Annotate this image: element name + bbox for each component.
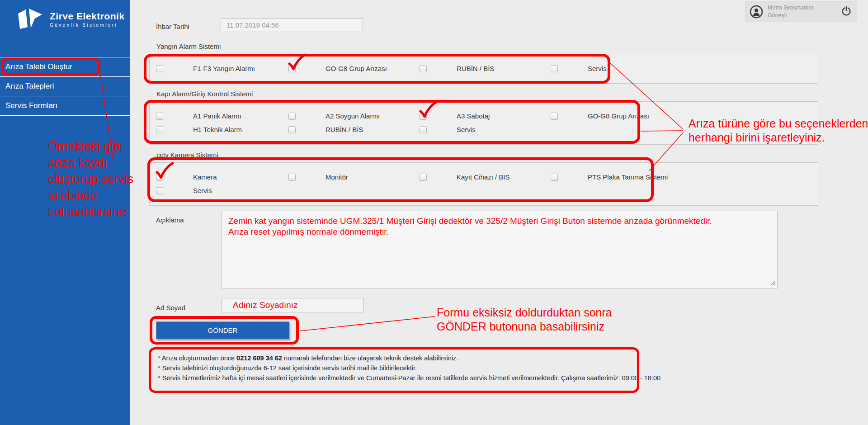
checkbox-a2-soygun-alarmi[interactable] bbox=[288, 113, 296, 120]
ihbar-tarihi-input[interactable] bbox=[221, 18, 363, 32]
checkbox-option: Servis bbox=[420, 126, 551, 133]
checkbox-option: Servis bbox=[156, 187, 288, 194]
checkbox-panel: F1-F3 Yangın AlarmıGO-G8 Grup ArızasıRUB… bbox=[149, 54, 818, 84]
checkbox-label: Servis bbox=[457, 126, 476, 133]
checkbox-row: H1 Teknik AlarmRUBİN / BİSServis bbox=[156, 126, 818, 140]
account-name-line2: Güneşli bbox=[768, 12, 841, 19]
checkbox-label: F1-F3 Yangın Alarmı bbox=[193, 65, 255, 72]
zirve-logo-icon bbox=[14, 7, 46, 31]
checkbox-label: Kamera bbox=[193, 173, 217, 181]
checkbox-label: A2 Soygun Alarmı bbox=[326, 112, 380, 120]
footer-note-text: * Servis hizmetlerimiz hafta içi mesai s… bbox=[158, 374, 660, 382]
sidebar-item-ariza-talebi-olustur[interactable]: Arıza Talebi Oluştur bbox=[0, 57, 130, 77]
checkbox-option: A3 Sabotaj bbox=[420, 113, 551, 120]
checkbox-label: A3 Sabotaj bbox=[457, 112, 490, 120]
section-title: cctv Kamera Sistemi bbox=[156, 151, 818, 159]
checkbox-servis[interactable] bbox=[551, 65, 558, 72]
checkbox-panel: KameraMonitörKayıt Cihazı / BISPTS Plaka… bbox=[149, 162, 818, 206]
checkbox-kamera[interactable] bbox=[156, 174, 163, 181]
app: Zirve Elektronik Güvenlik Sistemleri Arı… bbox=[0, 0, 868, 425]
main-content: Metro Grosmarket Güneşli İhbar Tarihi Ya… bbox=[130, 0, 868, 425]
checkbox-go-g8-grup-arizasi[interactable] bbox=[288, 65, 296, 72]
aciklama-wrap: Zemin kat yangın sisteminde UGM.325/1 Mü… bbox=[222, 211, 778, 290]
checkbox-pts-plaka-tanima-sistemi[interactable] bbox=[551, 174, 558, 181]
logo-subtitle: Güvenlik Sistemleri bbox=[50, 23, 125, 28]
form-section-kapi-alarm-giris-kontrol-sistemi: Kapı Alarm/Giriş Kontrol SistemiA1 Panik… bbox=[149, 90, 818, 145]
checkbox-option: Monitör bbox=[288, 174, 420, 181]
checkbox-row: KameraMonitörKayıt Cihazı / BISPTS Plaka… bbox=[156, 174, 818, 187]
account-name: Metro Grosmarket Güneşli bbox=[768, 4, 841, 19]
footer-note: * Servis hizmetlerimiz hafta içi mesai s… bbox=[158, 373, 651, 383]
gonder-submit-button[interactable]: GÖNDER bbox=[156, 321, 289, 339]
checkbox-label: PTS Plaka Tanıma Sistemi bbox=[588, 173, 668, 181]
ad-soyad-label: Ad Soyad bbox=[156, 304, 185, 312]
checkbox-option: RUBİN / BİS bbox=[420, 65, 551, 72]
checkbox-label: Servis bbox=[588, 65, 607, 72]
checkbox-label: Monitör bbox=[326, 173, 348, 181]
checkbox-label: RUBİN / BİS bbox=[457, 65, 494, 72]
checkbox-row: Servis bbox=[156, 187, 818, 201]
sidebar-item-ariza-talepleri[interactable]: Arıza Talepleri bbox=[0, 77, 130, 96]
checkbox-a1-panik-alarmi[interactable] bbox=[156, 113, 163, 120]
checkbox-option: RUBİN / BİS bbox=[288, 126, 420, 133]
checkbox-option: A2 Soygun Alarmı bbox=[288, 113, 420, 120]
sidebar: Zirve Elektronik Güvenlik Sistemleri Arı… bbox=[0, 0, 130, 425]
user-circle-icon bbox=[750, 5, 763, 19]
checkbox-label: Servis bbox=[193, 187, 212, 194]
checkbox-option: F1-F3 Yangın Alarmı bbox=[156, 65, 288, 72]
checkbox-label: Kayıt Cihazı / BIS bbox=[457, 173, 510, 181]
checkbox-label: H1 Teknik Alarm bbox=[193, 126, 242, 133]
sidebar-annotation-note: Örnekteki gibi arıza kaydı oluşturup ser… bbox=[48, 138, 141, 220]
phone-number: 0212 609 34 62 bbox=[236, 354, 282, 362]
checkbox-panel: A1 Panik AlarmıA2 Soygun AlarmıA3 Sabota… bbox=[149, 101, 818, 145]
aciklama-label: Açıklama bbox=[156, 216, 184, 224]
footer-notes: * Arıza oluşturmadan önce 0212 609 34 62… bbox=[158, 353, 651, 383]
section-title: Kapı Alarm/Giriş Kontrol Sistemi bbox=[156, 90, 818, 98]
checkbox-option: PTS Plaka Tanıma Sistemi bbox=[551, 174, 818, 181]
logo-title: Zirve Elektronik bbox=[50, 11, 125, 22]
checkbox-go-g8-grup-arizasi[interactable] bbox=[551, 113, 558, 120]
logo-text: Zirve Elektronik Güvenlik Sistemleri bbox=[50, 11, 125, 28]
sidebar-item-servis-formlari[interactable]: Servis Formları bbox=[0, 96, 130, 116]
checkbox-option: A1 Panik Alarmı bbox=[156, 113, 288, 120]
checkbox-label: A1 Panik Alarmı bbox=[193, 112, 241, 120]
checkbox-label: RUBİN / BİS bbox=[326, 126, 363, 133]
red-checkmark-annotation bbox=[418, 101, 438, 119]
checkbox-f1-f3-yangin-alarmi[interactable] bbox=[156, 65, 163, 72]
checkbox-option: GO-G8 Grup Arızası bbox=[551, 113, 818, 120]
checkbox-kayit-cihazi-bis[interactable] bbox=[420, 174, 427, 181]
checkbox-servis[interactable] bbox=[156, 187, 163, 194]
sidebar-menu: Arıza Talebi OluşturArıza TalepleriServi… bbox=[0, 57, 130, 116]
logout-button[interactable] bbox=[841, 6, 851, 17]
checkbox-option: Kamera bbox=[156, 174, 288, 181]
account-box: Metro Grosmarket Güneşli bbox=[745, 1, 857, 22]
checkbox-servis[interactable] bbox=[420, 126, 427, 133]
footer-note: * Servis talebinizi oluşturduğunuzda 6-1… bbox=[158, 363, 651, 373]
logo: Zirve Elektronik Güvenlik Sistemleri bbox=[14, 7, 125, 31]
footer-note-text: * Servis talebinizi oluşturduğunuzda 6-1… bbox=[158, 364, 417, 372]
aciklama-textarea[interactable]: Zemin kat yangın sisteminde UGM.325/1 Mü… bbox=[222, 211, 778, 288]
ad-soyad-input[interactable] bbox=[222, 298, 364, 312]
footer-note: * Arıza oluşturmadan önce 0212 609 34 62… bbox=[158, 353, 651, 363]
checkbox-row: F1-F3 Yangın AlarmıGO-G8 Grup ArızasıRUB… bbox=[156, 65, 818, 79]
footer-note-text: numaralı telefondan bize ulaşarak teknik… bbox=[282, 354, 458, 362]
ihbar-tarihi-label: İhbar Tarihi bbox=[156, 23, 189, 30]
checkbox-option: Servis bbox=[551, 65, 818, 72]
checkbox-rubin-bis[interactable] bbox=[420, 65, 427, 72]
red-checkmark-annotation bbox=[287, 53, 307, 71]
checkbox-rubin-bis[interactable] bbox=[288, 126, 296, 133]
checkbox-row: A1 Panik AlarmıA2 Soygun AlarmıA3 Sabota… bbox=[156, 113, 818, 126]
power-icon bbox=[841, 6, 851, 17]
checkbox-label: GO-G8 Grup Arızası bbox=[588, 112, 649, 120]
footer-note-text: * Arıza oluşturmadan önce bbox=[158, 354, 236, 362]
checkbox-a3-sabotaj[interactable] bbox=[420, 113, 427, 120]
checkbox-label: GO-G8 Grup Arızası bbox=[326, 65, 387, 72]
checkbox-monitor[interactable] bbox=[288, 174, 296, 181]
section-title: Yangın Alarm Sistemi bbox=[156, 42, 818, 50]
checkbox-h1-teknik-alarm[interactable] bbox=[156, 126, 163, 133]
checkbox-option: H1 Teknik Alarm bbox=[156, 126, 288, 133]
form-section-cctv-kamera-sistemi: cctv Kamera SistemiKameraMonitörKayıt Ci… bbox=[149, 151, 818, 206]
checkbox-sections: Yangın Alarm SistemiF1-F3 Yangın AlarmıG… bbox=[149, 41, 818, 206]
checkbox-option: Kayıt Cihazı / BIS bbox=[420, 174, 551, 181]
form-section-yangin-alarm-sistemi: Yangın Alarm SistemiF1-F3 Yangın AlarmıG… bbox=[149, 42, 818, 84]
